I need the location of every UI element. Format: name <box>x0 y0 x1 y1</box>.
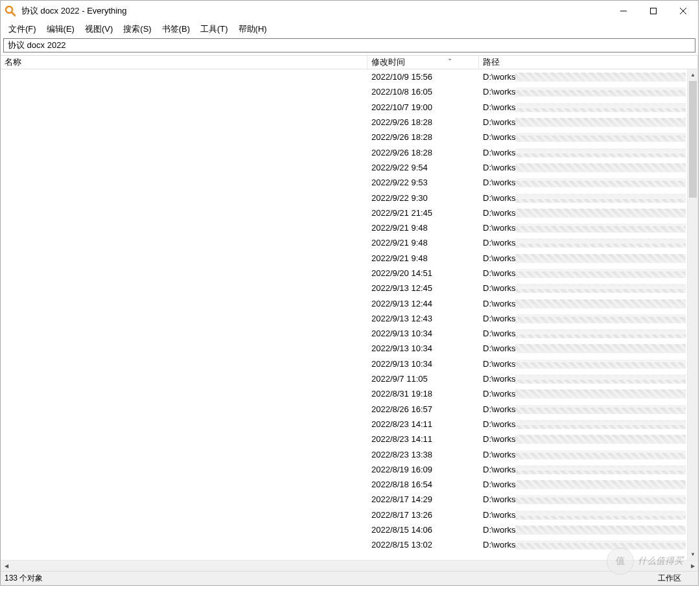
file-path: D:\works <box>483 374 516 384</box>
file-date: 2022/9/22 9:53 <box>368 178 479 187</box>
table-row[interactable]: 协议-20220823.docx2022/8/23 13:38D:\works <box>1 446 687 461</box>
table-row[interactable]: 支持协议-20220922.docx2022/9/22 9:30D:\works <box>1 190 687 205</box>
menu-file[interactable]: 文件(F) <box>3 22 41 36</box>
redacted-region <box>515 329 686 338</box>
table-row[interactable]: 支持协议-20220913-zy-wj-220919....2022/9/21 … <box>1 251 687 266</box>
file-path: D:\works <box>483 419 516 429</box>
horizontal-scrollbar[interactable]: ◀ ▶ <box>1 560 698 571</box>
table-row[interactable]: 支持协议-20220921.docx2022/9/21 21:45D:\work… <box>1 205 687 220</box>
table-row[interactable]: 持协议-20220913.docx2022/9/13 12:45D:\works <box>1 281 687 296</box>
scroll-up-arrow[interactable]: ▲ <box>688 69 698 80</box>
table-row[interactable]: 0815.docx2022/8/15 14:06D:\works <box>1 522 687 537</box>
table-row[interactable]: 持协议-20220914-zy.jij-wj-220919....2022/9/… <box>1 235 687 250</box>
redacted-region <box>515 495 686 504</box>
file-path: D:\works <box>483 178 516 187</box>
menu-tools[interactable]: 工具(T) <box>195 22 233 36</box>
menu-help[interactable]: 帮助(H) <box>233 22 272 36</box>
scroll-down-arrow[interactable]: ▼ <box>688 549 698 560</box>
svg-rect-3 <box>651 8 657 14</box>
table-row[interactable]: 协议-20221008.docx2022/10/8 16:05D:\works <box>1 84 687 99</box>
file-date: 2022/9/21 9:48 <box>368 223 479 233</box>
file-path: D:\works <box>483 268 516 278</box>
file-path: D:\works <box>483 102 516 112</box>
table-row[interactable]: 支持协议-20220920.docx2022/9/20 14:51D:\work… <box>1 266 687 281</box>
table-row[interactable]: -20220907.docx2022/9/7 11:05D:\works <box>1 371 687 386</box>
table-row[interactable]: 司签署咨询服务协议的请示-202208...2022/8/23 14:11D:\… <box>1 432 687 446</box>
results-list[interactable]: 0221009.docx2022/10/9 15:56D:\works协议-20… <box>1 69 687 560</box>
close-button[interactable] <box>668 1 698 21</box>
table-row[interactable]: 支持协议-20220913-zy-wj-220919....2022/9/21 … <box>1 220 687 235</box>
redacted-region <box>515 344 686 353</box>
file-date: 2022/8/18 16:54 <box>368 480 479 489</box>
file-path: D:\works <box>483 299 516 308</box>
table-row[interactable]: 0816.docx2022/8/17 13:26D:\works <box>1 507 687 522</box>
file-path: D:\works <box>483 253 516 263</box>
redacted-region <box>515 511 686 520</box>
table-row[interactable]: 支持协议-20220922.docx2022/9/22 9:54D:\works <box>1 160 687 175</box>
status-workspace: 工作区 <box>658 573 694 584</box>
file-date: 2022/9/13 10:34 <box>368 329 479 338</box>
file-date: 2022/8/31 19:18 <box>368 389 479 399</box>
h-scroll-track[interactable] <box>12 561 687 571</box>
file-path: D:\works <box>483 434 516 444</box>
header-path[interactable]: 路径 <box>479 56 698 69</box>
app-icon <box>5 5 16 17</box>
app-window: 协议 docx 2022 - Everything 文件(F) 编辑(E) 视图… <box>0 0 699 586</box>
file-path: D:\works <box>483 72 516 82</box>
menubar: 文件(F) 编辑(E) 视图(V) 搜索(S) 书签(B) 工具(T) 帮助(H… <box>1 21 698 37</box>
table-row[interactable]: 2022/8/31 19:18D:\works <box>1 386 687 401</box>
header-date[interactable]: 修改时间⌄ <box>368 56 479 69</box>
search-input[interactable] <box>3 38 695 52</box>
redacted-region <box>515 389 686 399</box>
file-date: 2022/9/13 10:34 <box>368 359 479 369</box>
column-headers: 名称 修改时间⌄ 路径 <box>1 55 698 69</box>
redacted-region <box>515 435 686 444</box>
menu-search[interactable]: 搜索(S) <box>118 22 156 36</box>
maximize-button[interactable] <box>638 1 668 21</box>
menu-view[interactable]: 视图(V) <box>80 22 118 36</box>
file-path: D:\works <box>483 540 516 550</box>
scroll-left-arrow[interactable]: ◀ <box>1 561 12 571</box>
file-path: D:\works <box>483 148 516 157</box>
file-path: D:\works <box>483 510 516 520</box>
vertical-scrollbar[interactable]: ▲ ▼ <box>687 69 698 560</box>
redacted-region <box>515 194 686 203</box>
file-date: 2022/9/22 9:54 <box>368 163 479 172</box>
table-row[interactable]: 19.docx2022/9/13 10:34D:\works <box>1 341 687 356</box>
redacted-region <box>515 375 686 384</box>
titlebar[interactable]: 协议 docx 2022 - Everything <box>1 1 698 21</box>
table-row[interactable]: -20220819.docx2022/8/19 16:09D:\works <box>1 462 687 477</box>
table-row[interactable]: 持协议（清洁版）-20220926.docx2022/9/26 18:28D:\… <box>1 115 687 130</box>
table-row[interactable]: 0221009.docx2022/10/9 15:56D:\works <box>1 69 687 84</box>
scroll-right-arrow[interactable]: ▶ <box>687 561 698 571</box>
file-date: 2022/10/7 19:00 <box>368 102 479 112</box>
redacted-region <box>515 314 686 323</box>
file-date: 2022/9/20 14:51 <box>368 268 479 278</box>
status-count: 133 个对象 <box>5 573 658 584</box>
minimize-button[interactable] <box>609 1 638 21</box>
menu-edit[interactable]: 编辑(E) <box>41 22 80 36</box>
table-row[interactable]: 支持协议（清洁版）-20220926.docx2022/9/26 18:28D:… <box>1 145 687 159</box>
table-row[interactable]: 协议-20220810.docx2022/8/17 14:29D:\works <box>1 492 687 507</box>
table-row[interactable]: -20221007.docx2022/10/7 19:00D:\works <box>1 100 687 115</box>
file-path: D:\works <box>483 132 516 142</box>
header-name[interactable]: 名称 <box>1 56 368 69</box>
table-row[interactable]: 支持协议-20220913.docx2022/9/13 12:44D:\work… <box>1 296 687 310</box>
file-path: D:\works <box>483 494 516 504</box>
file-path: D:\works <box>483 193 516 203</box>
table-row[interactable]: 支持协议（清洁版）-20220926.docx2022/9/26 18:28D:… <box>1 130 687 145</box>
table-row[interactable]: 19.docx2022/9/13 10:34D:\works <box>1 326 687 341</box>
table-row[interactable]: 支持协议-20220913.docx2022/9/13 12:43D:\work… <box>1 311 687 326</box>
menu-bookmark[interactable]: 书签(B) <box>157 22 195 36</box>
redacted-region <box>515 254 686 263</box>
file-date: 2022/9/26 18:28 <box>368 117 479 127</box>
table-row[interactable]: 协议（清洁版）-20220823.docx2022/8/23 14:11D:\w… <box>1 417 687 432</box>
file-path: D:\works <box>483 343 516 353</box>
table-row[interactable]: 0819.docx2022/9/13 10:34D:\works <box>1 356 687 371</box>
table-row[interactable]: 资合作补充协议-20220826.docx2022/8/26 16:57D:\w… <box>1 402 687 417</box>
file-date: 2022/8/23 13:38 <box>368 450 479 459</box>
table-row[interactable]: 持协议-20220922.docx2022/9/22 9:53D:\works <box>1 175 687 190</box>
scroll-thumb[interactable] <box>689 81 697 198</box>
table-row[interactable]: 220815.docx2022/8/15 13:02D:\works <box>1 537 687 552</box>
table-row[interactable]: 协议-20220818.docx2022/8/18 16:54D:\works <box>1 477 687 492</box>
